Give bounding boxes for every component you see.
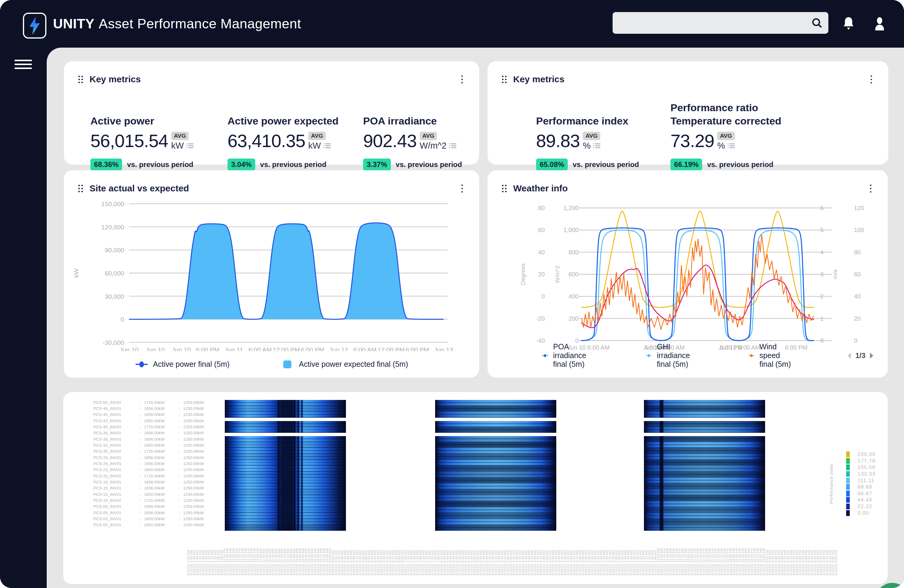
card-menu-icon[interactable] [458, 74, 466, 85]
heatmap-cell-row[interactable] [644, 460, 765, 466]
heatmap-cell-row[interactable] [435, 472, 556, 478]
heatmap-cell-row[interactable] [644, 427, 765, 433]
heatmap-cell-row[interactable] [225, 460, 346, 466]
heatmap-cell-row[interactable] [225, 484, 346, 490]
heatmap-cell-row[interactable] [225, 507, 346, 513]
heatmap-cell-row[interactable] [644, 454, 765, 460]
app-logo[interactable] [23, 13, 46, 39]
heatmap-cell-row[interactable] [435, 495, 556, 501]
drag-handle-icon[interactable] [502, 76, 507, 83]
drag-handle-icon[interactable] [502, 185, 507, 192]
heatmap-cell-row[interactable] [225, 412, 346, 418]
heatmap-cell-row[interactable] [225, 421, 346, 427]
user-icon[interactable] [872, 17, 887, 31]
heatmap-cell-row[interactable] [435, 513, 556, 519]
svg-text:6:00 PM: 6:00 PM [196, 346, 220, 351]
svg-text:60: 60 [538, 227, 545, 233]
inverter-rated: 1250.00kW [183, 425, 215, 429]
heatmap-cell-row[interactable] [644, 412, 765, 418]
heatmap-cell-row[interactable] [225, 406, 346, 412]
heatmap-row-label: PCS-35_INV01-1656.00kW-1250.00kW [93, 436, 215, 442]
menu-icon[interactable] [14, 60, 32, 71]
heatmap-cell-row[interactable] [225, 501, 346, 507]
search-input[interactable] [613, 12, 811, 34]
heatmap-block[interactable] [435, 400, 556, 531]
heatmap-cell-row[interactable] [644, 484, 765, 490]
search-box[interactable] [613, 12, 828, 34]
heatmap-cell-row[interactable] [435, 412, 556, 418]
heatmap-cell-row[interactable] [644, 513, 765, 519]
heatmap-cell-row[interactable] [435, 519, 556, 525]
heatmap-cell-row[interactable] [435, 400, 556, 406]
heatmap-cell-row[interactable] [225, 472, 346, 478]
heatmap-cell-row[interactable] [644, 501, 765, 507]
notifications-button[interactable] [842, 0, 855, 47]
heatmap-cell-row[interactable] [644, 421, 765, 427]
legend-item[interactable]: Active power final (5m) [135, 360, 230, 368]
bell-icon[interactable] [842, 17, 855, 31]
card-menu-icon[interactable] [867, 183, 874, 194]
heatmap-cell-row[interactable] [225, 513, 346, 519]
drag-handle-icon[interactable] [78, 76, 83, 83]
prev-page-icon[interactable] [846, 352, 852, 359]
heatmap-cell-row[interactable] [644, 495, 765, 501]
heatmap-cell-row[interactable] [644, 436, 765, 442]
heatmap-cell-row[interactable] [435, 436, 556, 442]
heatmap-cell-row[interactable] [225, 454, 346, 460]
colorbar-value: 177.78 [858, 458, 876, 464]
heatmap-cell-row[interactable] [225, 519, 346, 525]
card-menu-icon[interactable] [458, 183, 466, 194]
heatmap-cell-row[interactable] [225, 466, 346, 472]
legend-item[interactable]: POA irradiance final (5m) [542, 342, 594, 368]
heatmap-cell-row[interactable] [644, 490, 765, 495]
legend-item[interactable]: Active power expected final (5m) [281, 360, 408, 368]
heatmap-cell-row[interactable] [225, 436, 346, 442]
heatmap-cell-row[interactable] [225, 442, 346, 448]
heatmap-cell-row[interactable] [435, 448, 556, 454]
heatmap-cell-row[interactable] [435, 525, 556, 531]
heatmap-cell-row[interactable] [435, 507, 556, 513]
heatmap-cell-row[interactable] [644, 507, 765, 513]
heatmap-cell-row[interactable] [435, 501, 556, 507]
heatmap-cell-row[interactable] [435, 454, 556, 460]
heatmap-block[interactable] [225, 400, 346, 531]
heatmap-cell-row[interactable] [644, 472, 765, 478]
heatmap-cell-row[interactable] [225, 495, 346, 501]
heatmap-cell-row[interactable] [435, 466, 556, 472]
search-icon[interactable] [811, 17, 823, 29]
heatmap-cell-row[interactable] [644, 466, 765, 472]
card-menu-icon[interactable] [868, 74, 875, 85]
heatmap-cell-row[interactable] [225, 400, 346, 406]
heatmap-cell-row[interactable] [225, 427, 346, 433]
heatmap-cell-row[interactable] [225, 448, 346, 454]
next-page-icon[interactable] [869, 352, 874, 359]
heatmap-cell-row[interactable] [435, 427, 556, 433]
delta-label: vs. previous period [396, 160, 462, 169]
heatmap-cell-row[interactable] [644, 519, 765, 525]
heatmap-cell-row[interactable] [225, 525, 346, 531]
heatmap-cell-row[interactable] [225, 478, 346, 484]
heatmap-block[interactable] [644, 400, 765, 531]
drag-handle-icon[interactable] [78, 185, 83, 192]
heatmap-cell-row[interactable] [435, 406, 556, 412]
dash: - [175, 492, 183, 497]
heatmap-cell-row[interactable] [644, 400, 765, 406]
heatmap-cell-row[interactable] [435, 421, 556, 427]
heatmap-cell-row[interactable] [435, 442, 556, 448]
heatmap-cell-row[interactable] [644, 442, 765, 448]
legend-item[interactable]: GHI irradiance final (5m) [645, 342, 697, 368]
metric-value-side: AVGkW [171, 132, 194, 151]
heatmap-cell-row[interactable] [435, 484, 556, 490]
heatmap-cell-row[interactable] [435, 478, 556, 484]
heatmap-cell-row[interactable] [435, 490, 556, 495]
heatmap-cell-row[interactable] [644, 448, 765, 454]
user-profile-button[interactable] [872, 0, 887, 47]
heatmap-cell-row[interactable] [225, 490, 346, 495]
heatmap-cell-row[interactable] [644, 478, 765, 484]
inverter-limit: 1656.00kW [144, 486, 175, 490]
heatmap-cell-row[interactable] [644, 406, 765, 412]
heatmap-cell-row[interactable] [435, 460, 556, 466]
metric-value: 63,410.35 [228, 132, 305, 151]
heatmap-cell-row[interactable] [644, 525, 765, 531]
legend-item[interactable]: Wind speed final (5m) [748, 342, 795, 368]
